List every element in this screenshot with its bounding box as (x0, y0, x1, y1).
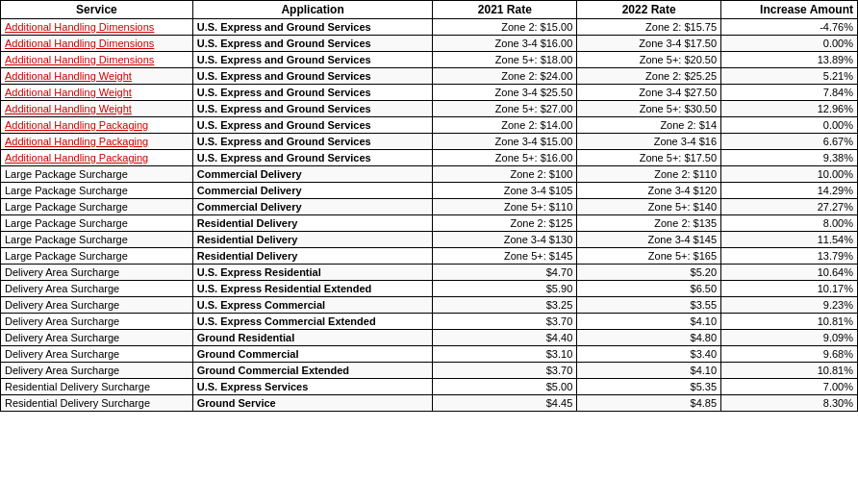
cell-2021-rate: Zone 2: $125 (433, 215, 577, 232)
cell-2022-rate: Zone 5+: $165 (577, 248, 721, 265)
cell-increase-amount: -4.76% (721, 19, 858, 36)
cell-service[interactable]: Additional Handling Packaging (1, 134, 193, 150)
cell-2022-rate: Zone 2: $14 (577, 117, 721, 134)
cell-application: U.S. Express and Ground Services (192, 85, 433, 101)
surcharge-table: Service Application 2021 Rate 2022 Rate … (0, 0, 858, 412)
cell-2022-rate: Zone 3-4 $120 (577, 183, 721, 199)
cell-2022-rate: Zone 3-4 $145 (577, 232, 721, 248)
cell-service: Delivery Area Surcharge (1, 265, 193, 281)
cell-application: U.S. Express and Ground Services (192, 52, 433, 68)
cell-increase-amount: 9.23% (721, 297, 858, 314)
cell-2021-rate: Zone 3-4 $15.00 (433, 134, 577, 150)
cell-increase-amount: 10.81% (721, 314, 858, 330)
cell-2021-rate: Zone 5+: $18.00 (433, 52, 577, 68)
cell-service: Large Package Surcharge (1, 166, 193, 183)
table-row: Delivery Area SurchargeGround Commercial… (1, 363, 858, 379)
cell-increase-amount: 0.00% (721, 117, 858, 134)
cell-increase-amount: 7.84% (721, 85, 858, 101)
cell-application: Commercial Delivery (192, 166, 433, 183)
cell-increase-amount: 10.00% (721, 166, 858, 183)
table-row: Additional Handling WeightU.S. Express a… (1, 101, 858, 117)
cell-application: U.S. Express and Ground Services (192, 68, 433, 85)
cell-service: Large Package Surcharge (1, 183, 193, 199)
cell-application: U.S. Express and Ground Services (192, 19, 433, 36)
cell-2022-rate: Zone 2: $135 (577, 215, 721, 232)
cell-increase-amount: 7.00% (721, 379, 858, 395)
cell-2021-rate: Zone 5+: $110 (433, 199, 577, 215)
cell-increase-amount: 9.09% (721, 330, 858, 346)
cell-application: Commercial Delivery (192, 199, 433, 215)
cell-application: Ground Commercial (192, 346, 433, 363)
table-row: Additional Handling PackagingU.S. Expres… (1, 150, 858, 166)
cell-application: Commercial Delivery (192, 183, 433, 199)
cell-increase-amount: 5.21% (721, 68, 858, 85)
table-row: Delivery Area SurchargeGround Residentia… (1, 330, 858, 346)
cell-application: Residential Delivery (192, 232, 433, 248)
cell-2022-rate: $4.85 (577, 395, 721, 412)
cell-service[interactable]: Additional Handling Packaging (1, 150, 193, 166)
cell-2021-rate: $5.00 (433, 379, 577, 395)
table-row: Additional Handling WeightU.S. Express a… (1, 68, 858, 85)
cell-2022-rate: Zone 5+: $20.50 (577, 52, 721, 68)
cell-service[interactable]: Additional Handling Weight (1, 101, 193, 117)
cell-2021-rate: Zone 2: $14.00 (433, 117, 577, 134)
cell-2022-rate: Zone 3-4 $16 (577, 134, 721, 150)
cell-increase-amount: 8.00% (721, 215, 858, 232)
cell-2022-rate: $3.40 (577, 346, 721, 363)
cell-service[interactable]: Additional Handling Weight (1, 85, 193, 101)
table-row: Large Package SurchargeResidential Deliv… (1, 232, 858, 248)
table-row: Delivery Area SurchargeU.S. Express Resi… (1, 265, 858, 281)
cell-2021-rate: $4.45 (433, 395, 577, 412)
cell-service[interactable]: Additional Handling Dimensions (1, 52, 193, 68)
cell-2022-rate: Zone 5+: $17.50 (577, 150, 721, 166)
cell-increase-amount: 14.29% (721, 183, 858, 199)
cell-service[interactable]: Additional Handling Dimensions (1, 36, 193, 52)
table-row: Additional Handling DimensionsU.S. Expre… (1, 36, 858, 52)
cell-increase-amount: 27.27% (721, 199, 858, 215)
table-row: Delivery Area SurchargeU.S. Express Comm… (1, 314, 858, 330)
cell-2021-rate: Zone 5+: $27.00 (433, 101, 577, 117)
cell-2021-rate: Zone 3-4 $16.00 (433, 36, 577, 52)
cell-service: Delivery Area Surcharge (1, 363, 193, 379)
cell-increase-amount: 10.81% (721, 363, 858, 379)
cell-2021-rate: $3.70 (433, 363, 577, 379)
cell-application: U.S. Express and Ground Services (192, 150, 433, 166)
cell-2021-rate: Zone 2: $15.00 (433, 19, 577, 36)
cell-increase-amount: 12.96% (721, 101, 858, 117)
cell-2022-rate: Zone 3-4 $27.50 (577, 85, 721, 101)
cell-increase-amount: 13.79% (721, 248, 858, 265)
cell-2022-rate: $4.80 (577, 330, 721, 346)
cell-application: Residential Delivery (192, 215, 433, 232)
cell-2022-rate: Zone 2: $15.75 (577, 19, 721, 36)
table-row: Large Package SurchargeResidential Deliv… (1, 215, 858, 232)
cell-application: Ground Residential (192, 330, 433, 346)
cell-application: Ground Commercial Extended (192, 363, 433, 379)
table-row: Delivery Area SurchargeGround Commercial… (1, 346, 858, 363)
cell-2021-rate: Zone 2: $24.00 (433, 68, 577, 85)
cell-2022-rate: Zone 2: $25.25 (577, 68, 721, 85)
cell-service[interactable]: Additional Handling Dimensions (1, 19, 193, 36)
cell-2022-rate: $5.35 (577, 379, 721, 395)
table-row: Additional Handling DimensionsU.S. Expre… (1, 52, 858, 68)
cell-application: Residential Delivery (192, 248, 433, 265)
cell-service: Delivery Area Surcharge (1, 281, 193, 297)
cell-2021-rate: Zone 3-4 $25.50 (433, 85, 577, 101)
table-row: Additional Handling PackagingU.S. Expres… (1, 134, 858, 150)
cell-service: Delivery Area Surcharge (1, 297, 193, 314)
cell-service: Residential Delivery Surcharge (1, 379, 193, 395)
cell-service[interactable]: Additional Handling Packaging (1, 117, 193, 134)
cell-increase-amount: 8.30% (721, 395, 858, 412)
cell-increase-amount: 9.68% (721, 346, 858, 363)
cell-application: U.S. Express Residential (192, 265, 433, 281)
cell-service[interactable]: Additional Handling Weight (1, 68, 193, 85)
header-increase-amount: Increase Amount (721, 1, 858, 19)
cell-service: Residential Delivery Surcharge (1, 395, 193, 412)
header-2022-rate: 2022 Rate (577, 1, 721, 19)
cell-2022-rate: Zone 2: $110 (577, 166, 721, 183)
cell-service: Delivery Area Surcharge (1, 314, 193, 330)
cell-2022-rate: $5.20 (577, 265, 721, 281)
cell-service: Large Package Surcharge (1, 232, 193, 248)
cell-increase-amount: 10.17% (721, 281, 858, 297)
cell-2022-rate: $6.50 (577, 281, 721, 297)
cell-2022-rate: $3.55 (577, 297, 721, 314)
